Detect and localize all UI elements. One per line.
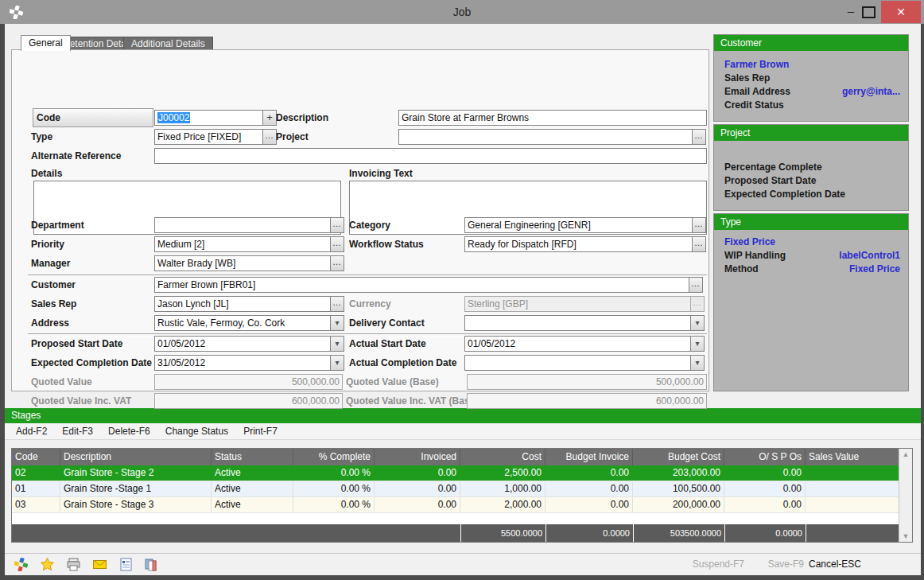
- details-label: Details: [31, 165, 62, 181]
- customer-input[interactable]: Farmer Brown [FBR01]: [154, 277, 689, 293]
- project-percentage-complete-label: Percentage Complete: [724, 162, 822, 173]
- type-name-link[interactable]: Fixed Price: [724, 236, 775, 247]
- type-lookup-icon[interactable]: [262, 129, 277, 145]
- manager-lookup-icon[interactable]: [330, 255, 344, 271]
- general-tab-page: Code J00002 Description Grain Store at F…: [11, 49, 709, 391]
- alternate-reference-input[interactable]: [154, 148, 707, 164]
- quoted-value-inc-vat-base-label: Quoted Value Inc. VAT (Base): [346, 393, 478, 409]
- proposed-start-date-input[interactable]: 01/05/2012: [154, 336, 331, 352]
- actual-start-date-label: Actual Start Date: [349, 336, 426, 352]
- actual-completion-date-label: Actual Completion Date: [349, 355, 456, 371]
- close-button[interactable]: ✕: [881, 1, 921, 23]
- workflow-status-input[interactable]: Ready for Dispatch [RFD]: [464, 236, 693, 252]
- project-expected-completion-label: Expected Completion Date: [724, 189, 845, 200]
- column-header-budget-cost[interactable]: Budget Cost: [633, 449, 724, 465]
- description-input[interactable]: Grain Store at Farmer Browns: [398, 110, 707, 126]
- project-lookup-icon[interactable]: [692, 129, 706, 145]
- expected-completion-date-input[interactable]: 31/05/2012: [154, 355, 331, 371]
- total-budget-invoice: 0.0000: [545, 524, 633, 542]
- address-dropdown-icon[interactable]: [330, 315, 344, 331]
- save-button: Save-F9: [768, 554, 804, 575]
- code-input[interactable]: J00002: [154, 110, 263, 126]
- sales-rep-lookup-icon[interactable]: [330, 296, 344, 312]
- minimize-button[interactable]: –: [841, 0, 860, 24]
- customer-panel-header: Customer: [714, 35, 908, 51]
- delivery-contact-dropdown-icon[interactable]: [690, 315, 705, 331]
- quoted-value-inc-vat-field: 600,000.00: [154, 393, 343, 409]
- department-lookup-icon[interactable]: [330, 217, 344, 233]
- edit-button[interactable]: Edit-F3: [62, 426, 93, 437]
- total-budget-cost: 503500.0000: [633, 524, 724, 542]
- column-header-budget-invoice[interactable]: Budget Invoice: [545, 449, 633, 465]
- type-input[interactable]: Fixed Price [FIXED]: [154, 129, 263, 145]
- address-label: Address: [31, 315, 69, 331]
- column-header-description[interactable]: Description: [60, 449, 212, 465]
- print-button[interactable]: Print-F7: [243, 426, 278, 437]
- column-header-cost[interactable]: Cost: [460, 449, 545, 465]
- customer-lookup-icon[interactable]: [689, 277, 703, 293]
- customer-email-label: Email Address: [724, 86, 790, 97]
- project-input[interactable]: [398, 129, 693, 145]
- delivery-contact-input[interactable]: [464, 315, 691, 331]
- table-row[interactable]: 02 Grain Store - Stage 2 Active 0.00 % 0…: [12, 465, 899, 481]
- currency-input: Sterling [GBP]: [464, 296, 691, 312]
- column-header-os-pos[interactable]: O/ S P Os: [724, 449, 806, 465]
- actual-completion-date-dropdown-icon[interactable]: [690, 355, 705, 371]
- workflow-status-lookup-icon[interactable]: [692, 236, 706, 252]
- change-status-button[interactable]: Change Status: [165, 426, 228, 437]
- maximize-button[interactable]: [862, 6, 875, 18]
- email-icon[interactable]: [93, 558, 107, 571]
- category-input[interactable]: General Engineering [GENR]: [464, 217, 693, 233]
- report-icon[interactable]: [119, 558, 133, 571]
- address-input[interactable]: Rustic Vale, Fermoy, Co. Cork: [154, 315, 331, 331]
- category-lookup-icon[interactable]: [692, 217, 706, 233]
- print-icon[interactable]: [67, 558, 80, 571]
- window-title: Job: [0, 0, 924, 24]
- method-value[interactable]: Fixed Price: [849, 263, 900, 274]
- grid-scrollbar[interactable]: ▲ ▼: [899, 449, 912, 542]
- expected-completion-date-dropdown-icon[interactable]: [330, 355, 344, 371]
- code-add-icon[interactable]: [262, 110, 277, 126]
- total-os-pos: 0.0000: [724, 524, 806, 542]
- cancel-button[interactable]: Cancel-ESC: [809, 554, 861, 575]
- invoicing-text-label: Invoicing Text: [349, 165, 413, 181]
- delete-button[interactable]: Delete-F6: [108, 426, 150, 437]
- priority-input[interactable]: Medium [2]: [154, 236, 331, 252]
- column-header-code[interactable]: Code: [12, 449, 60, 465]
- table-row[interactable]: 03 Grain Store - Stage 3 Active 0.00 % 0…: [12, 497, 899, 513]
- actual-completion-date-input[interactable]: [464, 355, 691, 371]
- type-label: Type: [31, 129, 52, 145]
- project-proposed-start-label: Proposed Start Date: [724, 175, 816, 186]
- type-panel-header: Type: [714, 214, 908, 230]
- manager-input[interactable]: Walter Brady [WB]: [154, 255, 331, 271]
- table-row[interactable]: 01 Grain Store -Stage 1 Active 0.00 % 0.…: [12, 481, 899, 497]
- scroll-down-icon[interactable]: ▼: [899, 532, 912, 540]
- customer-name-link[interactable]: Farmer Brown: [724, 59, 789, 70]
- project-label: Project: [276, 129, 309, 145]
- priority-lookup-icon[interactable]: [330, 236, 344, 252]
- column-header-pct-complete[interactable]: % Complete: [293, 449, 375, 465]
- proposed-start-date-dropdown-icon[interactable]: [330, 336, 344, 352]
- actual-start-date-input[interactable]: 01/05/2012: [464, 336, 691, 352]
- copy-icon[interactable]: [144, 558, 157, 571]
- customer-email-link[interactable]: gerry@inta...: [842, 86, 900, 97]
- currency-label: Currency: [349, 296, 391, 312]
- quoted-value-base-label: Quoted Value (Base): [346, 374, 439, 390]
- sales-rep-input[interactable]: Jason Lynch [JL]: [154, 296, 331, 312]
- wip-handling-value[interactable]: labelControl1: [839, 250, 900, 261]
- project-panel: Project Percentage Complete Proposed Sta…: [713, 124, 909, 211]
- column-header-sales-value[interactable]: Sales Value: [806, 449, 899, 465]
- column-header-status[interactable]: Status: [212, 449, 293, 465]
- tab-general[interactable]: General: [21, 35, 71, 51]
- favorite-star-icon[interactable]: [41, 558, 54, 571]
- department-input[interactable]: [154, 217, 331, 233]
- customer-panel: Customer Farmer Brown Sales Rep Email Ad…: [713, 34, 909, 122]
- scroll-up-icon[interactable]: ▲: [899, 450, 912, 458]
- app-icon[interactable]: [14, 558, 28, 571]
- actual-start-date-dropdown-icon[interactable]: [690, 336, 705, 352]
- total-cost: 5500.0000: [460, 524, 545, 542]
- add-button[interactable]: Add-F2: [16, 426, 47, 437]
- column-header-invoiced[interactable]: Invoiced: [375, 449, 460, 465]
- delivery-contact-label: Delivery Contact: [349, 315, 425, 331]
- type-panel: Type Fixed Price WIP Handling labelContr…: [713, 213, 909, 391]
